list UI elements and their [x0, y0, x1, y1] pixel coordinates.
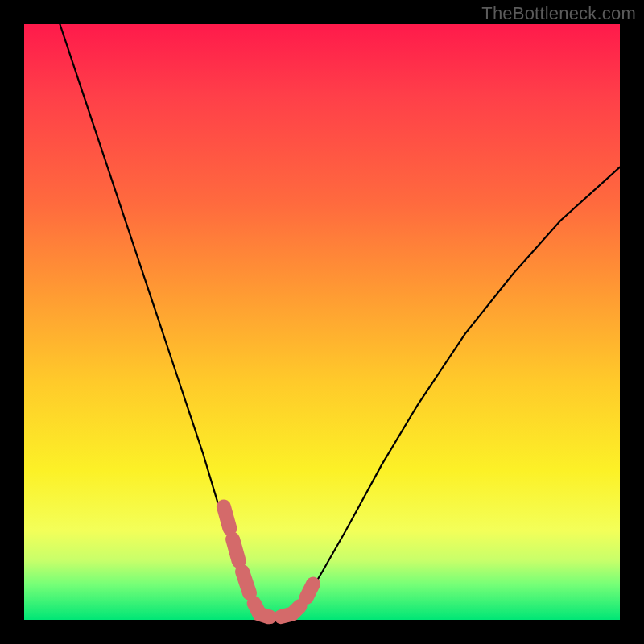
- highlight-band-path: [224, 506, 313, 617]
- bottleneck-curve-path: [60, 24, 620, 617]
- chart-svg: [24, 24, 620, 620]
- chart-frame: TheBottleneck.com: [0, 0, 644, 644]
- watermark-text: TheBottleneck.com: [481, 3, 636, 24]
- plot-area: [24, 24, 620, 620]
